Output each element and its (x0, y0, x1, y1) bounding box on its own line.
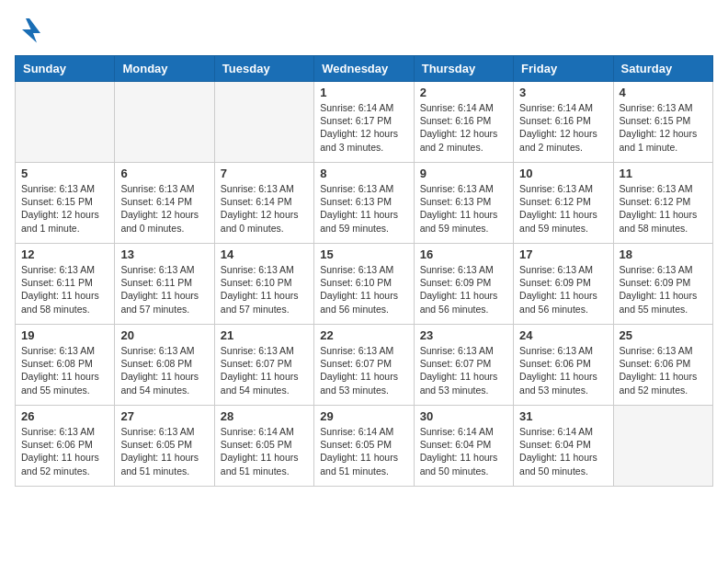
day-info: Sunrise: 6:13 AM Sunset: 6:13 PM Dayligh… (320, 182, 407, 235)
day-number: 17 (519, 247, 607, 261)
day-info: Sunrise: 6:14 AM Sunset: 6:17 PM Dayligh… (320, 101, 407, 154)
day-cell-11: 11Sunrise: 6:13 AM Sunset: 6:12 PM Dayli… (613, 163, 712, 244)
weekday-header-friday: Friday (514, 56, 613, 82)
day-cell-5: 5Sunrise: 6:13 AM Sunset: 6:15 PM Daylig… (16, 163, 115, 244)
day-number: 1 (320, 86, 407, 99)
weekday-header-thursday: Thursday (414, 56, 513, 82)
day-info: Sunrise: 6:13 AM Sunset: 6:05 PM Dayligh… (120, 425, 208, 477)
day-info: Sunrise: 6:13 AM Sunset: 6:06 PM Dayligh… (21, 425, 108, 477)
day-cell-17: 17Sunrise: 6:13 AM Sunset: 6:09 PM Dayli… (514, 244, 613, 325)
day-info: Sunrise: 6:13 AM Sunset: 6:08 PM Dayligh… (120, 344, 208, 396)
day-number: 5 (21, 167, 108, 180)
day-number: 9 (420, 167, 507, 180)
day-info: Sunrise: 6:13 AM Sunset: 6:10 PM Dayligh… (221, 263, 308, 316)
day-cell-9: 9Sunrise: 6:13 AM Sunset: 6:13 PM Daylig… (414, 163, 513, 244)
day-number: 14 (221, 247, 308, 261)
day-number: 24 (519, 328, 607, 342)
day-cell-6: 6Sunrise: 6:13 AM Sunset: 6:14 PM Daylig… (115, 163, 214, 244)
week-row-1: 1Sunrise: 6:14 AM Sunset: 6:17 PM Daylig… (16, 82, 713, 163)
weekday-header-tuesday: Tuesday (214, 56, 313, 82)
day-number: 22 (320, 328, 407, 342)
day-cell-4: 4Sunrise: 6:13 AM Sunset: 6:15 PM Daylig… (613, 82, 712, 163)
empty-cell (115, 82, 214, 163)
day-info: Sunrise: 6:13 AM Sunset: 6:11 PM Dayligh… (21, 263, 108, 316)
day-info: Sunrise: 6:14 AM Sunset: 6:04 PM Dayligh… (519, 425, 607, 477)
week-row-4: 19Sunrise: 6:13 AM Sunset: 6:08 PM Dayli… (16, 325, 713, 406)
day-cell-13: 13Sunrise: 6:13 AM Sunset: 6:11 PM Dayli… (115, 244, 214, 325)
day-info: Sunrise: 6:14 AM Sunset: 6:16 PM Dayligh… (420, 101, 507, 154)
day-cell-8: 8Sunrise: 6:13 AM Sunset: 6:13 PM Daylig… (314, 163, 414, 244)
day-number: 15 (320, 247, 407, 261)
day-number: 21 (221, 328, 308, 342)
day-cell-20: 20Sunrise: 6:13 AM Sunset: 6:08 PM Dayli… (115, 325, 214, 406)
day-number: 3 (519, 86, 607, 99)
day-cell-27: 27Sunrise: 6:13 AM Sunset: 6:05 PM Dayli… (115, 406, 214, 487)
day-number: 23 (420, 328, 507, 342)
day-info: Sunrise: 6:13 AM Sunset: 6:06 PM Dayligh… (519, 344, 607, 396)
day-info: Sunrise: 6:14 AM Sunset: 6:05 PM Dayligh… (221, 425, 308, 477)
day-info: Sunrise: 6:13 AM Sunset: 6:14 PM Dayligh… (120, 182, 208, 235)
day-cell-21: 21Sunrise: 6:13 AM Sunset: 6:07 PM Dayli… (214, 325, 313, 406)
weekday-header-monday: Monday (115, 56, 214, 82)
day-info: Sunrise: 6:13 AM Sunset: 6:09 PM Dayligh… (620, 263, 707, 316)
day-number: 7 (221, 167, 308, 180)
day-cell-1: 1Sunrise: 6:14 AM Sunset: 6:17 PM Daylig… (314, 82, 414, 163)
day-cell-15: 15Sunrise: 6:13 AM Sunset: 6:10 PM Dayli… (314, 244, 414, 325)
day-info: Sunrise: 6:13 AM Sunset: 6:13 PM Dayligh… (420, 182, 507, 235)
svg-marker-0 (22, 18, 40, 42)
weekday-header-sunday: Sunday (16, 56, 115, 82)
day-info: Sunrise: 6:13 AM Sunset: 6:12 PM Dayligh… (519, 182, 607, 235)
day-info: Sunrise: 6:13 AM Sunset: 6:11 PM Dayligh… (120, 263, 208, 316)
day-info: Sunrise: 6:13 AM Sunset: 6:10 PM Dayligh… (320, 263, 407, 316)
day-number: 30 (420, 409, 507, 423)
empty-cell (613, 406, 712, 487)
week-row-2: 5Sunrise: 6:13 AM Sunset: 6:15 PM Daylig… (16, 163, 713, 244)
week-row-3: 12Sunrise: 6:13 AM Sunset: 6:11 PM Dayli… (16, 244, 713, 325)
day-cell-7: 7Sunrise: 6:13 AM Sunset: 6:14 PM Daylig… (214, 163, 313, 244)
logo (15, 15, 48, 44)
calendar-body: 1Sunrise: 6:14 AM Sunset: 6:17 PM Daylig… (16, 82, 713, 487)
day-number: 4 (620, 86, 707, 99)
week-row-5: 26Sunrise: 6:13 AM Sunset: 6:06 PM Dayli… (16, 406, 713, 487)
day-cell-3: 3Sunrise: 6:14 AM Sunset: 6:16 PM Daylig… (514, 82, 613, 163)
empty-cell (214, 82, 313, 163)
day-info: Sunrise: 6:13 AM Sunset: 6:15 PM Dayligh… (21, 182, 108, 235)
day-cell-25: 25Sunrise: 6:13 AM Sunset: 6:06 PM Dayli… (613, 325, 712, 406)
day-info: Sunrise: 6:14 AM Sunset: 6:05 PM Dayligh… (320, 425, 407, 477)
calendar-table: SundayMondayTuesdayWednesdayThursdayFrid… (15, 55, 713, 487)
day-info: Sunrise: 6:13 AM Sunset: 6:14 PM Dayligh… (221, 182, 308, 235)
day-number: 16 (420, 247, 507, 261)
calendar-header: SundayMondayTuesdayWednesdayThursdayFrid… (16, 56, 713, 82)
day-info: Sunrise: 6:13 AM Sunset: 6:07 PM Dayligh… (221, 344, 308, 396)
day-number: 10 (519, 167, 607, 180)
day-cell-24: 24Sunrise: 6:13 AM Sunset: 6:06 PM Dayli… (514, 325, 613, 406)
day-info: Sunrise: 6:13 AM Sunset: 6:15 PM Dayligh… (620, 101, 707, 154)
day-number: 27 (120, 409, 208, 423)
day-cell-31: 31Sunrise: 6:14 AM Sunset: 6:04 PM Dayli… (514, 406, 613, 487)
day-number: 31 (519, 409, 607, 423)
day-number: 6 (120, 167, 208, 180)
day-cell-12: 12Sunrise: 6:13 AM Sunset: 6:11 PM Dayli… (16, 244, 115, 325)
weekday-header-wednesday: Wednesday (314, 56, 414, 82)
day-number: 2 (420, 86, 507, 99)
day-info: Sunrise: 6:13 AM Sunset: 6:08 PM Dayligh… (21, 344, 108, 396)
weekday-header-saturday: Saturday (613, 56, 712, 82)
day-cell-2: 2Sunrise: 6:14 AM Sunset: 6:16 PM Daylig… (414, 82, 513, 163)
day-number: 13 (120, 247, 208, 261)
day-cell-10: 10Sunrise: 6:13 AM Sunset: 6:12 PM Dayli… (514, 163, 613, 244)
day-cell-30: 30Sunrise: 6:14 AM Sunset: 6:04 PM Dayli… (414, 406, 513, 487)
day-cell-18: 18Sunrise: 6:13 AM Sunset: 6:09 PM Dayli… (613, 244, 712, 325)
day-info: Sunrise: 6:14 AM Sunset: 6:16 PM Dayligh… (519, 101, 607, 154)
day-info: Sunrise: 6:13 AM Sunset: 6:07 PM Dayligh… (320, 344, 407, 396)
day-number: 20 (120, 328, 208, 342)
day-info: Sunrise: 6:14 AM Sunset: 6:04 PM Dayligh… (420, 425, 507, 477)
logo-icon (15, 15, 44, 44)
day-info: Sunrise: 6:13 AM Sunset: 6:07 PM Dayligh… (420, 344, 507, 396)
day-cell-19: 19Sunrise: 6:13 AM Sunset: 6:08 PM Dayli… (16, 325, 115, 406)
day-number: 11 (620, 167, 707, 180)
day-cell-14: 14Sunrise: 6:13 AM Sunset: 6:10 PM Dayli… (214, 244, 313, 325)
day-info: Sunrise: 6:13 AM Sunset: 6:06 PM Dayligh… (620, 344, 707, 396)
day-info: Sunrise: 6:13 AM Sunset: 6:09 PM Dayligh… (519, 263, 607, 316)
empty-cell (16, 82, 115, 163)
day-cell-22: 22Sunrise: 6:13 AM Sunset: 6:07 PM Dayli… (314, 325, 414, 406)
